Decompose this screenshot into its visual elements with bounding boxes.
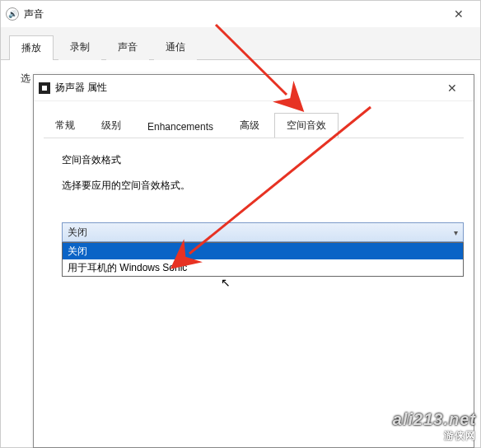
tab-advanced[interactable]: 高级 — [228, 114, 271, 138]
combo-display[interactable]: 关闭 ▾ — [62, 222, 464, 242]
chevron-down-icon: ▾ — [454, 228, 458, 237]
speaker-properties-dialog: 扬声器 属性 ✕ 常规 级别 Enhancements 高级 空间音效 空间音效… — [33, 74, 474, 448]
watermark-sub: 游侠网 — [393, 429, 476, 443]
spatial-sound-panel: 空间音效格式 选择要应用的空间音效格式。 关闭 ▾ 关闭 用于耳机的 Windo… — [44, 138, 464, 257]
sound-icon: 🔊 — [6, 7, 19, 21]
tab-general[interactable]: 常规 — [44, 114, 86, 138]
combo-dropdown: 关闭 用于耳机的 Windows Sonic — [62, 242, 464, 277]
speaker-properties-title: 扬声器 属性 — [55, 81, 436, 95]
sound-dialog-tabs: 播放 录制 声音 通信 — [1, 27, 480, 60]
speaker-icon — [39, 82, 50, 94]
combo-option-off[interactable]: 关闭 — [63, 243, 463, 259]
combo-option-windows-sonic[interactable]: 用于耳机的 Windows Sonic — [63, 259, 463, 276]
spatial-format-desc: 选择要应用的空间音效格式。 — [62, 179, 446, 193]
tab-enhancements[interactable]: Enhancements — [136, 116, 225, 138]
watermark: ali213.net 游侠网 — [393, 410, 476, 443]
sound-dialog-titlebar: 🔊 声音 ✕ — [1, 1, 480, 27]
watermark-main: ali213.net — [393, 410, 476, 428]
speaker-properties-titlebar: 扬声器 属性 ✕ — [34, 75, 474, 101]
close-button[interactable]: ✕ — [442, 4, 475, 24]
spatial-format-combo[interactable]: 关闭 ▾ 关闭 用于耳机的 Windows Sonic — [62, 222, 464, 242]
combo-value: 关闭 — [68, 226, 87, 240]
tab-playback[interactable]: 播放 — [9, 35, 54, 60]
close-button[interactable]: ✕ — [436, 78, 469, 98]
tab-spatial-sound[interactable]: 空间音效 — [274, 113, 339, 138]
tab-levels[interactable]: 级别 — [90, 114, 133, 138]
sound-dialog-title: 声音 — [24, 7, 442, 21]
tab-sounds[interactable]: 声音 — [106, 35, 149, 60]
tab-record[interactable]: 录制 — [58, 35, 101, 60]
speaker-properties-tabs: 常规 级别 Enhancements 高级 空间音效 — [34, 101, 474, 138]
tab-comm[interactable]: 通信 — [154, 35, 197, 60]
spatial-format-label: 空间音效格式 — [62, 153, 446, 167]
